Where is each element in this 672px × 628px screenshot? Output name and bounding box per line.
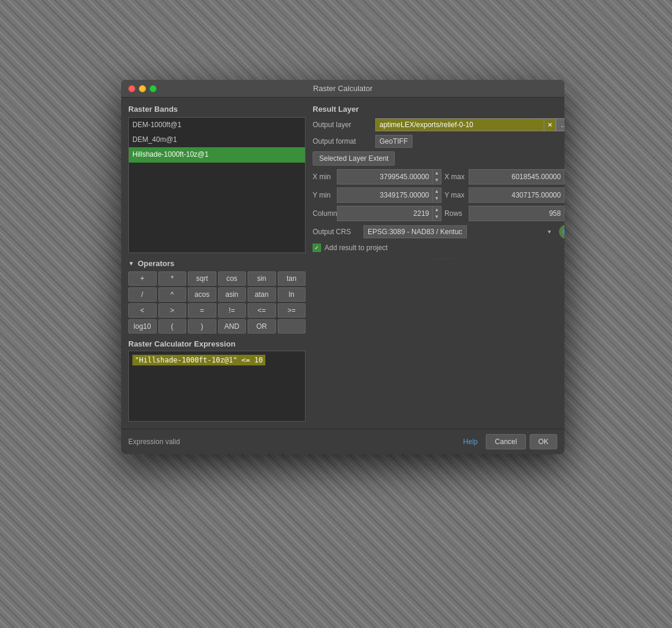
cancel-button[interactable]: Cancel (486, 434, 525, 449)
ymin-spinner: ▲ ▼ (433, 187, 441, 203)
status-text: Expression valid (128, 438, 180, 446)
expr-area[interactable]: "Hillshade-1000ft-10z@1" <= 10 (128, 351, 306, 422)
op-log10[interactable]: log10 (128, 319, 157, 334)
xmin-down[interactable]: ▼ (433, 177, 441, 184)
extent-button[interactable]: Selected Layer Extent (313, 151, 395, 166)
rows-label: Rows (444, 209, 466, 218)
rows-input[interactable] (469, 206, 564, 221)
ymax-row: Y max ▲ ▼ (444, 187, 564, 203)
xmax-input[interactable] (469, 169, 564, 184)
add-result-row: ✓ Add result to project (313, 244, 564, 252)
bottom-left: Expression valid (128, 438, 180, 446)
output-path-browse-button[interactable]: … (556, 118, 564, 131)
output-crs-label: Output CRS (313, 228, 360, 236)
output-format-label: Output format (313, 137, 372, 145)
output-crs-select[interactable]: EPSG:3089 - NAD83 / Kentuc (363, 225, 467, 238)
op-acos[interactable]: acos (188, 287, 216, 302)
op-or[interactable]: OR (248, 319, 276, 334)
left-panel: Raster Bands DEM-1000ft@1 DEM_40m@1 Hill… (128, 105, 306, 422)
result-layer-title: Result Layer (313, 105, 564, 114)
bottom-right: Help Cancel OK (459, 434, 557, 449)
ymin-row: Y min ▲ ▼ (313, 187, 441, 203)
op-leq[interactable]: <= (248, 303, 276, 318)
op-tan[interactable]: tan (278, 271, 306, 286)
ymax-label: Y max (444, 191, 466, 199)
columns-row: Columns ▲ ▼ (313, 206, 441, 221)
titlebar: Raster Calculator (121, 80, 564, 98)
output-crs-wrapper: EPSG:3089 - NAD83 / Kentuc (363, 225, 556, 238)
close-button[interactable] (128, 85, 135, 92)
op-greater[interactable]: > (158, 303, 187, 318)
band-item-dem1000[interactable]: DEM-1000ft@1 (129, 118, 305, 132)
help-button[interactable]: Help (459, 434, 483, 449)
columns-input[interactable] (337, 206, 433, 221)
rows-input-wrapper: ▲ ▼ (469, 206, 564, 221)
op-openparen[interactable]: ( (158, 319, 187, 334)
minimize-button[interactable] (139, 85, 146, 92)
chevron-icon: ▼ (128, 260, 134, 267)
output-path-clear-button[interactable]: ✕ (544, 118, 556, 131)
ymin-input-wrapper: ▲ ▼ (337, 187, 441, 203)
dialog-body: Raster Bands DEM-1000ft@1 DEM_40m@1 Hill… (121, 98, 564, 429)
output-format-select-wrapper: GeoTIFF PNG JPEG (375, 135, 564, 148)
xmin-row: X min ▲ ▼ (313, 169, 441, 184)
output-format-select[interactable]: GeoTIFF PNG JPEG (375, 135, 413, 148)
op-sin[interactable]: sin (248, 271, 276, 286)
right-panel: Result Layer Output layer ✕ … Output for… (313, 105, 564, 422)
op-and[interactable]: AND (218, 319, 246, 334)
columns-input-wrapper: ▲ ▼ (337, 206, 441, 221)
op-less[interactable]: < (128, 303, 157, 318)
band-item-dem40m[interactable]: DEM_40m@1 (129, 132, 305, 147)
op-atan[interactable]: atan (248, 287, 276, 302)
columns-up[interactable]: ▲ (433, 206, 441, 213)
columns-spinner: ▲ ▼ (433, 206, 441, 221)
op-empty (278, 319, 306, 334)
collapse-dots[interactable]: · · · · · · (313, 255, 564, 262)
op-asin[interactable]: asin (218, 287, 246, 302)
op-sqrt[interactable]: sqrt (188, 271, 216, 286)
ymin-label: Y min (313, 191, 334, 199)
operators-header[interactable]: ▼ Operators (128, 259, 306, 268)
op-equal[interactable]: = (188, 303, 216, 318)
maximize-button[interactable] (150, 85, 157, 92)
op-divide[interactable]: / (128, 287, 157, 302)
xmin-up[interactable]: ▲ (433, 170, 441, 177)
crs-globe-button[interactable]: 🌐 (559, 225, 564, 239)
add-result-label: Add result to project (324, 244, 388, 252)
columns-down[interactable]: ▼ (433, 213, 441, 221)
op-notequal[interactable]: != (218, 303, 246, 318)
op-multiply[interactable]: * (158, 271, 187, 286)
xmax-label: X max (444, 173, 466, 181)
ymax-input[interactable] (469, 187, 564, 203)
xmin-label: X min (313, 173, 334, 181)
xmax-row: X max ▲ ▼ (444, 169, 564, 184)
xmax-input-wrapper: ▲ ▼ (469, 169, 564, 184)
crs-row: Output CRS EPSG:3089 - NAD83 / Kentuc 🌐 (313, 225, 564, 239)
output-layer-input[interactable] (375, 118, 544, 131)
op-geq[interactable]: >= (278, 303, 306, 318)
op-ln[interactable]: ln (278, 287, 306, 302)
xmin-spinner: ▲ ▼ (433, 169, 441, 184)
ymin-input[interactable] (337, 187, 433, 203)
output-path-container: ✕ … (375, 118, 564, 131)
band-item-hillshade[interactable]: Hillshade-1000ft-10z@1 (129, 147, 305, 162)
op-cos[interactable]: cos (218, 271, 246, 286)
add-result-checkbox[interactable]: ✓ (313, 244, 321, 252)
xmin-input-wrapper: ▲ ▼ (337, 169, 441, 184)
expr-highlight[interactable]: "Hillshade-1000ft-10z@1" <= 10 (132, 355, 265, 365)
op-plus[interactable]: + (128, 271, 157, 286)
ymin-down[interactable]: ▼ (433, 195, 441, 202)
xmin-input[interactable] (337, 169, 433, 184)
operators-title: Operators (138, 259, 174, 268)
ok-button[interactable]: OK (530, 434, 557, 449)
rows-row: Rows ▲ ▼ (444, 206, 564, 221)
ymin-up[interactable]: ▲ (433, 188, 441, 195)
raster-calculator-dialog: Raster Calculator Raster Bands DEM-1000f… (121, 80, 564, 454)
columns-label: Columns (313, 209, 334, 218)
op-power[interactable]: ^ (158, 287, 187, 302)
ymax-input-wrapper: ▲ ▼ (469, 187, 564, 203)
operators-grid: + * sqrt cos sin tan / ^ acos asin atan … (128, 271, 306, 334)
op-closeparen[interactable]: ) (188, 319, 216, 334)
expr-title: Raster Calculator Expression (128, 339, 306, 348)
raster-bands-title: Raster Bands (128, 105, 306, 114)
